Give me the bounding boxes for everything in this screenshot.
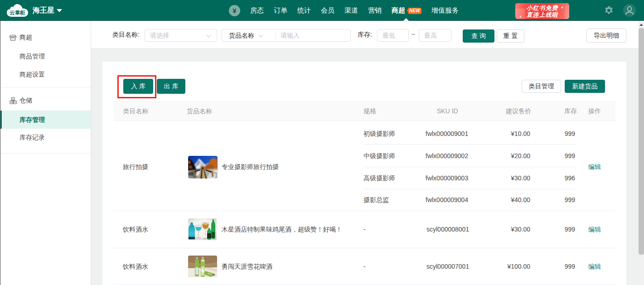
svg-text:云掌柜: 云掌柜 bbox=[10, 10, 25, 15]
